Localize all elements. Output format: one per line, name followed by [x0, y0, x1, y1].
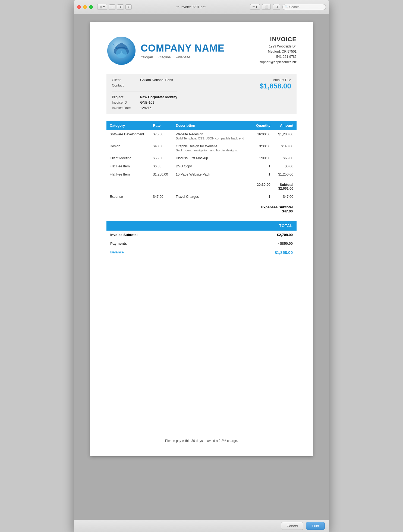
cell-category-1: Software Development — [106, 130, 150, 142]
zoom-in-icon: + — [119, 5, 121, 9]
amount-due-value: $1,858.00 — [260, 82, 291, 90]
cell-qty-1: 16:00:00 — [252, 130, 274, 142]
table-row: Design $40.00 Graphic Design for Website… — [106, 142, 297, 154]
cell-qty-5: 1 — [252, 170, 274, 179]
invoice-id-label: Invoice ID — [112, 101, 134, 104]
client-section: Client Goliath National Bank Contact Pro… — [106, 74, 297, 114]
expenses-subtotal-label: Expenses Subtotal — [110, 205, 293, 209]
annotate-button[interactable]: ⬜ — [262, 4, 271, 10]
cell-qty-3: 1:00:00 — [252, 154, 274, 162]
client-label: Client — [112, 78, 134, 82]
invoice-header: COMPANY NAME //slogan //tagline //websit… — [106, 36, 297, 66]
expenses-subtotal-section: Expenses Subtotal $47.00 — [106, 201, 297, 215]
camera-icon: ⊡ — [275, 5, 278, 9]
cell-category-expense: Expense — [106, 193, 150, 201]
subtotal-label: Subtotal — [277, 183, 293, 187]
share-button[interactable]: ↑ — [125, 4, 132, 10]
client-right: Amount Due $1,858.00 — [260, 78, 291, 90]
invoice-email: support@applesource.biz — [260, 60, 297, 65]
window-title: tn-invoice9201.pdf — [132, 5, 250, 9]
cell-desc-expense: Travel Charges — [172, 193, 251, 201]
cell-amount-expense: $47.00 — [274, 193, 297, 201]
desc-title-4: DVD Copy — [176, 164, 248, 168]
sidebar-icon: ▤ — [100, 5, 102, 9]
traffic-lights — [77, 5, 93, 9]
cell-amount-1: $1,200.00 — [274, 130, 297, 142]
cell-desc-4: DVD Copy — [172, 162, 251, 170]
annotate-icon: ⬜ — [265, 5, 268, 9]
zoom-out-icon: − — [111, 5, 113, 9]
company-website: //website — [176, 55, 190, 59]
share-icon: ↑ — [128, 5, 130, 9]
amount-due-label: Amount Due — [260, 78, 291, 82]
company-tagline: //slogan //tagline //website — [141, 55, 225, 59]
titlebar: ▤ ▾ − + ↑ tn-invoice9201.pdf ✏ ▾ ⬜ ⊡ — [74, 0, 329, 14]
client-name-row: Client Goliath National Bank — [112, 78, 177, 82]
desc-title-1: Website Redesign — [176, 132, 248, 136]
cell-amount-5: $1,250.00 — [274, 170, 297, 179]
footer-note: Please pay within 30 days to avoid a 2.2… — [90, 439, 313, 443]
desc-sub-1: Build Template, CSS, JSON compatible bac… — [176, 137, 248, 140]
close-button[interactable] — [77, 5, 81, 9]
col-header-rate: Rate — [150, 121, 172, 130]
cell-amount-2: $140.00 — [274, 142, 297, 154]
invoice-subtotal-row: Invoice Subtotal $2,708.00 — [110, 231, 293, 239]
search-input[interactable] — [282, 4, 326, 10]
balance-value: $1,858.00 — [275, 250, 293, 255]
company-name: COMPANY NAME — [141, 43, 225, 54]
sidebar-chevron-icon: ▾ — [103, 5, 105, 9]
invoice-date-label: Invoice Date — [112, 106, 134, 110]
invoice-address1: 1999 Woodside Dr. — [260, 44, 297, 49]
expense-row: Expense $47.00 Travel Charges 1 $47.00 — [106, 193, 297, 201]
table-row: Flat Fee Item $6.00 DVD Copy 1 $6.00 — [106, 162, 297, 170]
invoice-phone: 541-261-9785 — [260, 54, 297, 59]
invoice-subtotal-label: Invoice Subtotal — [110, 233, 137, 237]
zoom-out-button[interactable]: − — [109, 4, 115, 10]
maximize-button[interactable] — [89, 5, 93, 9]
desc-title-expense: Travel Charges — [176, 195, 248, 199]
table-row: Software Development $75.00 Website Rede… — [106, 130, 297, 142]
pen-button[interactable]: ✏ ▾ — [250, 4, 260, 10]
cell-desc-2: Graphic Design for Website Background, n… — [172, 142, 251, 154]
col-header-description: Description — [172, 121, 251, 130]
subtotal-value: $2,661.00 — [277, 187, 293, 190]
print-button[interactable]: Print — [306, 522, 325, 530]
invoice-title: INVOICE — [260, 36, 297, 43]
payments-row: Payments - $850.00 — [110, 239, 293, 248]
payments-label: Payments — [110, 241, 127, 246]
cell-category-2: Design — [106, 142, 150, 154]
col-header-category: Category — [106, 121, 150, 130]
project-value: New Corporate Identity — [140, 95, 177, 99]
invoice-info-right: INVOICE 1999 Woodside Dr. Medford, OR 97… — [260, 36, 297, 65]
cell-rate-expense: $47.00 — [150, 193, 172, 201]
cancel-button[interactable]: Cancel — [281, 522, 303, 530]
balance-label: Balance — [110, 250, 124, 255]
cell-qty-4: 1 — [252, 162, 274, 170]
desc-title-3: Discuss First Mockup — [176, 156, 248, 160]
contact-label: Contact — [112, 84, 134, 87]
cell-category-4: Flat Fee Item — [106, 162, 150, 170]
pen-chevron-icon: ▾ — [256, 5, 257, 9]
cell-amount-3: $65.00 — [274, 154, 297, 162]
cell-category-5: Flat Fee Item — [106, 170, 150, 179]
cell-rate-3: $65.00 — [150, 154, 172, 162]
cell-desc-3: Discuss First Mockup — [172, 154, 251, 162]
camera-button[interactable]: ⊡ — [273, 4, 280, 10]
cell-rate-4: $6.00 — [150, 162, 172, 170]
zoom-in-button[interactable]: + — [117, 4, 124, 10]
cell-rate-1: $75.00 — [150, 130, 172, 142]
toolbar-right: ✏ ▾ ⬜ ⊡ 🔍 — [250, 4, 326, 10]
pdf-area[interactable]: COMPANY NAME //slogan //tagline //websit… — [74, 14, 329, 520]
company-tagline-text: //tagline — [159, 55, 171, 59]
sidebar-toggle-button[interactable]: ▤ ▾ — [97, 4, 107, 10]
desc-title-2: Graphic Design for Website — [176, 144, 248, 148]
col-header-amount: Amount — [274, 121, 297, 130]
invoice-date-row: Invoice Date 12/4/16 — [112, 106, 177, 110]
balance-row: Balance $1,858.00 — [110, 248, 293, 257]
cell-qty-2: 3:30:00 — [252, 142, 274, 154]
svg-point-2 — [116, 49, 127, 58]
minimize-button[interactable] — [83, 5, 87, 9]
table-header-row: Category Rate Description Quantity Amoun… — [106, 121, 297, 130]
table-row: Client Meeting $65.00 Discuss First Mock… — [106, 154, 297, 162]
table-row: Flat Fee Item $1,250.00 10 Page Website … — [106, 170, 297, 179]
